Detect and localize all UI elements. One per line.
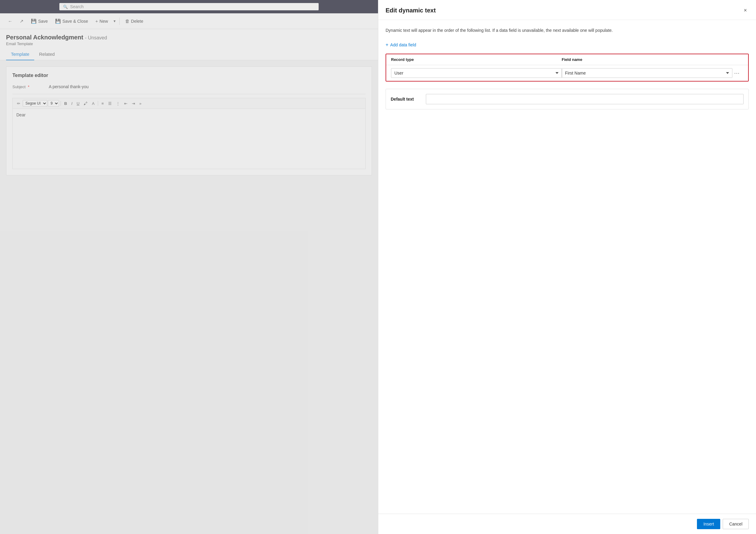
field-table-row: User Contact Lead Account First Name Las… (386, 65, 748, 81)
modal-title: Edit dynamic text (386, 7, 436, 14)
new-icon: + (95, 18, 98, 24)
default-text-section: Default text (386, 89, 749, 109)
editor-content: Dear (16, 112, 25, 117)
field-table-container: Record type Field name User Contact Lead… (386, 54, 749, 81)
page-header: Personal Acknowledgment - Unsaved Email … (0, 29, 378, 48)
editor-toolbar: ✏ Segoe UI 9 B I U 🖍 A ≡ ☰ ⋮ ⇤ ⇥ » (13, 98, 365, 108)
template-editor-area: Template editor Subject * ✏ Segoe UI 9 B (0, 60, 378, 182)
tab-template[interactable]: Template (6, 48, 34, 60)
record-type-select[interactable]: User Contact Lead Account (391, 68, 562, 78)
save-close-label: Save & Close (62, 19, 88, 24)
tabs-bar: Template Related (0, 48, 378, 60)
italic-button[interactable]: I (69, 100, 74, 107)
highlight-button[interactable]: 🖍 (82, 100, 89, 107)
top-navigation: 🔍 (0, 0, 378, 13)
more-actions-button[interactable]: ··· (732, 69, 742, 78)
share-button[interactable]: ↗ (17, 17, 27, 26)
indent-increase-button[interactable]: ⇥ (130, 100, 137, 107)
editor-divider-1 (61, 101, 61, 106)
font-color-button[interactable]: A (90, 100, 96, 107)
cancel-button[interactable]: Cancel (723, 519, 749, 529)
underline-button[interactable]: U (75, 100, 81, 107)
toolbar: ← ↗ 💾 Save 💾 Save & Close + New ▾ 🗑 Dele… (0, 13, 378, 29)
page-title-text: Personal Acknowledgment (6, 34, 83, 41)
pencil-button[interactable]: ✏ (15, 100, 22, 107)
default-text-input[interactable] (426, 94, 743, 104)
new-dropdown-button[interactable]: ▾ (112, 17, 117, 25)
editor-card: Template editor Subject * ✏ Segoe UI 9 B (6, 66, 372, 176)
add-data-field-button[interactable]: + Add data field (386, 41, 416, 49)
delete-icon: 🗑 (125, 18, 130, 24)
new-button[interactable]: + New (93, 17, 111, 25)
subject-required: * (28, 85, 29, 89)
save-button[interactable]: 💾 Save (28, 17, 51, 26)
record-type-header: Record type (391, 57, 562, 62)
modal-footer: Insert Cancel (378, 514, 756, 534)
search-input[interactable] (70, 4, 315, 9)
back-icon: ← (8, 18, 13, 24)
quote-button[interactable]: » (138, 100, 143, 107)
modal-body: Dynamic text will appear in the order of… (378, 20, 756, 514)
subject-row: Subject * (13, 83, 365, 94)
delete-button[interactable]: 🗑 Delete (122, 17, 146, 25)
modal-header: Edit dynamic text × (378, 0, 756, 20)
default-text-label: Default text (391, 97, 421, 101)
align-left-button[interactable]: ≡ (100, 100, 106, 107)
modal-description: Dynamic text will appear in the order of… (386, 27, 749, 34)
left-background-panel: 🔍 ← ↗ 💾 Save 💾 Save & Close + New ▾ 🗑 De… (0, 0, 378, 534)
insert-button[interactable]: Insert (697, 519, 720, 529)
page-title: Personal Acknowledgment - Unsaved (6, 34, 372, 41)
save-label: Save (38, 19, 48, 24)
back-button[interactable]: ← (5, 17, 15, 25)
plus-icon: + (386, 42, 388, 47)
font-family-select[interactable]: Segoe UI (23, 100, 47, 107)
subject-input[interactable] (49, 83, 365, 90)
editor-body[interactable]: Dear (13, 108, 365, 169)
toolbar-divider (119, 17, 120, 25)
search-bar[interactable]: 🔍 (59, 3, 319, 10)
save-close-button[interactable]: 💾 Save & Close (52, 17, 91, 26)
actions-header (732, 57, 743, 62)
bullet-list-button[interactable]: ☰ (106, 100, 114, 107)
save-icon: 💾 (31, 18, 37, 24)
editor-title: Template editor (13, 73, 365, 78)
numbered-list-button[interactable]: ⋮ (114, 100, 122, 107)
share-icon: ↗ (20, 18, 24, 24)
search-icon: 🔍 (63, 5, 68, 9)
add-data-field-label: Add data field (390, 42, 416, 47)
page-subtitle: Email Template (6, 42, 372, 46)
field-name-select[interactable]: First Name Last Name Email Phone (562, 68, 733, 78)
editor-divider-2 (98, 101, 98, 106)
save-close-icon: 💾 (55, 18, 61, 24)
field-name-cell: First Name Last Name Email Phone (562, 68, 733, 78)
unsaved-label: - Unsaved (85, 35, 107, 40)
more-actions-cell: ··· (732, 69, 743, 78)
bold-button[interactable]: B (62, 100, 69, 107)
indent-decrease-button[interactable]: ⇤ (122, 100, 129, 107)
tab-related[interactable]: Related (34, 48, 60, 60)
font-size-select[interactable]: 9 (48, 100, 59, 107)
field-name-header: Field name (562, 57, 733, 62)
close-modal-button[interactable]: × (742, 6, 749, 15)
delete-label: Delete (131, 19, 143, 24)
edit-dynamic-text-modal: Edit dynamic text × Dynamic text will ap… (378, 0, 756, 534)
subject-label: Subject * (13, 85, 49, 89)
field-table-header: Record type Field name (386, 54, 748, 65)
new-label: New (100, 19, 108, 24)
record-type-cell: User Contact Lead Account (391, 68, 562, 78)
